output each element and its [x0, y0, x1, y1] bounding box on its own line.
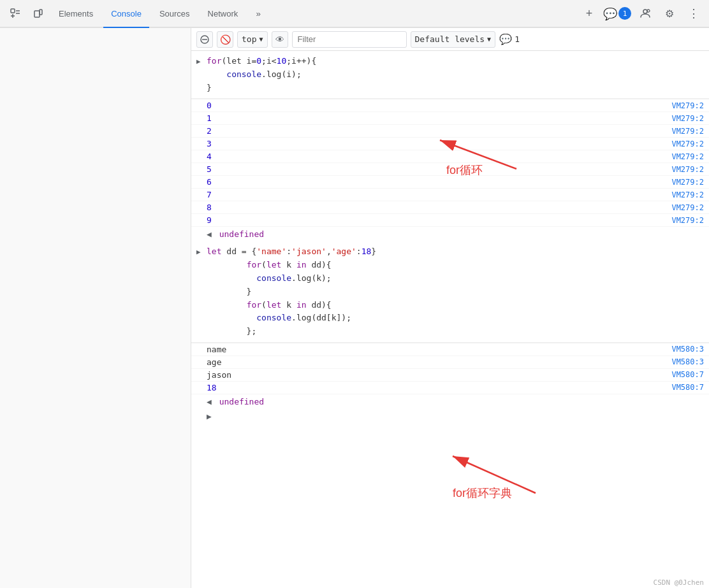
output-value-name: name — [207, 345, 671, 354]
forin-line-3: console.log(k); — [207, 272, 704, 285]
output-value-9: 9 — [207, 215, 671, 225]
forin-line-2: for(let k in dd){ — [207, 259, 704, 272]
forin-line-8: }; — [207, 325, 704, 338]
svg-point-4 — [647, 10, 650, 12]
output-value-7: 7 — [207, 190, 671, 199]
output-row-8: 8 VM279:2 — [191, 201, 709, 214]
undefined-line-2: ◀ undefined — [191, 394, 709, 409]
context-selector[interactable]: top ▼ — [237, 31, 268, 48]
source-link-name[interactable]: VM580:3 — [671, 345, 704, 354]
levels-arrow: ▼ — [487, 36, 491, 43]
undefined-line-1: ◀ undefined — [191, 227, 709, 241]
output-value-6: 6 — [207, 177, 671, 187]
source-link-age[interactable]: VM580:3 — [671, 357, 704, 366]
nav-right: + 💬 1 ⚙ ⋮ — [579, 3, 704, 24]
output-row-0: 0 VM279:2 — [191, 99, 709, 112]
bottom-bar: CSDN @0Jchen — [648, 577, 709, 588]
source-link-2[interactable]: VM279:2 — [671, 127, 704, 136]
undefined-text-1: undefined — [219, 229, 264, 239]
devtools-shell: Elements Console Sources Network » + 💬 1… — [0, 0, 709, 588]
output-row-jason: jason VM580:7 — [191, 369, 709, 382]
message-count-area: 💬 1 — [499, 33, 520, 45]
output-value-8: 8 — [207, 203, 671, 212]
clear-console-button[interactable] — [196, 31, 213, 48]
output-row-7: 7 VM279:2 — [191, 189, 709, 201]
badge-count: 1 — [618, 7, 631, 20]
forin-line-4: } — [207, 285, 704, 299]
filter-input[interactable] — [292, 31, 407, 48]
sidebar-left — [0, 28, 191, 588]
svg-line-11 — [453, 456, 536, 493]
output-value-18: 18 — [207, 383, 671, 392]
console-panel: 🚫 top ▼ 👁 Default levels ▼ 💬 1 — [191, 28, 709, 588]
output-value-age: age — [207, 357, 671, 367]
expand-arrow-2[interactable]: ▶ — [196, 247, 201, 258]
output-row-2: 2 VM279:2 — [191, 125, 709, 138]
source-link-7[interactable]: VM279:2 — [671, 190, 704, 199]
console-entry-forin: ▶ let dd = {'name':'jason','age':18} for… — [191, 241, 709, 343]
message-badge: 💬 1 — [603, 7, 631, 20]
eye-button[interactable]: 👁 — [272, 31, 288, 48]
left-arrow-icon-1: ◀ — [207, 229, 212, 239]
source-link-5[interactable]: VM279:2 — [671, 165, 704, 174]
console-entry-for-loop: ▶ for(let i=0;i<10;i++){ console.log(i);… — [191, 51, 709, 99]
levels-label: Default levels — [415, 34, 485, 44]
source-link-6[interactable]: VM279:2 — [671, 178, 704, 187]
source-link-3[interactable]: VM279:2 — [671, 140, 704, 148]
devtools-nav: Elements Console Sources Network » + 💬 1… — [0, 0, 709, 28]
output-row-1: 1 VM279:2 — [191, 112, 709, 125]
svg-rect-1 — [34, 11, 40, 17]
code-block-for-loop: ▶ for(let i=0;i<10;i++){ console.log(i);… — [191, 51, 709, 99]
output-row-3: 3 VM279:2 — [191, 138, 709, 150]
more-tabs-button[interactable]: » — [248, 3, 268, 24]
console-toolbar: 🚫 top ▼ 👁 Default levels ▼ 💬 1 — [191, 28, 709, 51]
source-link-9[interactable]: VM279:2 — [671, 216, 704, 225]
tab-console[interactable]: Console — [103, 0, 149, 28]
tab-elements[interactable]: Elements — [51, 0, 101, 28]
console-content[interactable]: ▶ for(let i=0;i<10;i++){ console.log(i);… — [191, 51, 709, 588]
svg-text:for循环字典: for循环字典 — [453, 487, 512, 499]
code-block-forin: ▶ let dd = {'name':'jason','age':18} for… — [191, 241, 709, 343]
code-line-2: console.log(i); — [207, 68, 704, 82]
top-label: top — [242, 34, 256, 44]
source-link-1[interactable]: VM279:2 — [671, 114, 704, 123]
output-value-1: 1 — [207, 113, 671, 123]
output-row-9: 9 VM279:2 — [191, 214, 709, 227]
remote-devices-button[interactable] — [635, 3, 655, 24]
output-value-5: 5 — [207, 164, 671, 174]
bottom-bar-text: CSDN @0Jchen — [654, 578, 704, 587]
forin-line-1: let dd = {'name':'jason','age':18} — [207, 245, 704, 259]
tab-sources[interactable]: Sources — [152, 0, 198, 28]
forin-line-6: for(let k in dd){ — [207, 299, 704, 312]
code-line-3: } — [207, 82, 704, 95]
source-link-4[interactable]: VM279:2 — [671, 152, 704, 161]
source-link-0[interactable]: VM279:2 — [671, 101, 704, 110]
source-link-8[interactable]: VM279:2 — [671, 203, 704, 212]
output-value-4: 4 — [207, 152, 671, 161]
filter-toggle-button[interactable]: 🚫 — [217, 31, 233, 48]
more-options-button[interactable]: ⋮ — [683, 3, 704, 24]
source-link-18[interactable]: VM580:7 — [671, 383, 704, 392]
add-tab-button[interactable]: + — [579, 3, 599, 24]
output-row-name: name VM580:3 — [191, 343, 709, 356]
output-row-4: 4 VM279:2 — [191, 150, 709, 163]
tab-network[interactable]: Network — [200, 0, 246, 28]
device-toggle-button[interactable] — [28, 3, 48, 24]
output-value-0: 0 — [207, 101, 671, 110]
forin-line-7: console.log(dd[k]); — [207, 312, 704, 325]
output-row-6: 6 VM279:2 — [191, 176, 709, 189]
inspect-element-button[interactable] — [5, 3, 26, 24]
left-arrow-icon-2: ◀ — [207, 397, 212, 406]
main-layout: 🚫 top ▼ 👁 Default levels ▼ 💬 1 — [0, 28, 709, 588]
output-row-18: 18 VM580:7 — [191, 382, 709, 394]
msg-count-value: 1 — [515, 34, 520, 44]
expand-arrow-1[interactable]: ▶ — [196, 56, 201, 68]
output-row-5: 5 VM279:2 — [191, 163, 709, 176]
source-link-jason[interactable]: VM580:7 — [671, 370, 704, 379]
levels-selector[interactable]: Default levels ▼ — [411, 31, 496, 48]
svg-point-3 — [643, 10, 647, 13]
prompt-arrow-icon: ▶ — [207, 412, 212, 421]
settings-button[interactable]: ⚙ — [659, 3, 680, 24]
undefined-text-2: undefined — [219, 397, 264, 406]
console-prompt: ▶ — [191, 409, 709, 424]
